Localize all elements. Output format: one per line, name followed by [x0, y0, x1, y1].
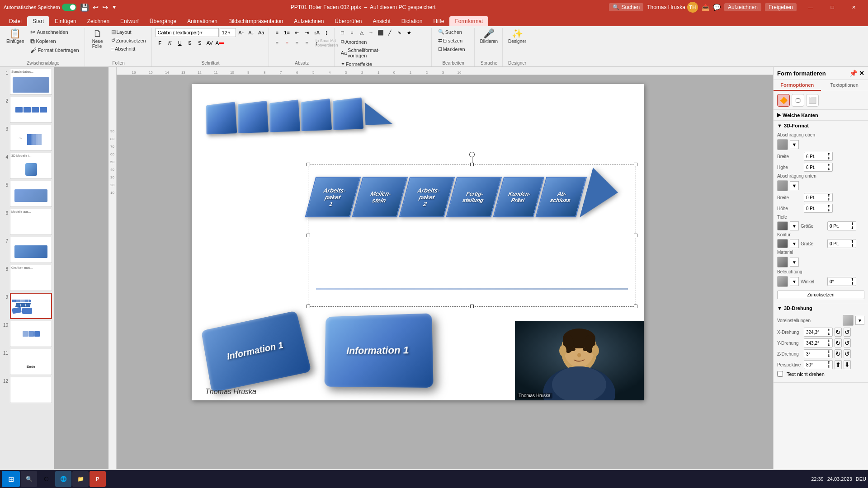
- autosave-control[interactable]: Automatisches Speichern: [4, 4, 76, 11]
- indent-less-button[interactable]: ⇤: [292, 28, 302, 37]
- z-drehung-spinner[interactable]: ⬆⬇: [827, 350, 830, 358]
- shadow-button[interactable]: S: [195, 38, 204, 47]
- shape-star[interactable]: ★: [405, 28, 414, 37]
- schnellformatvorlagen-button[interactable]: Aa Schnellformat-vorlagen: [338, 47, 382, 59]
- search-taskbar[interactable]: 🔍: [21, 471, 37, 487]
- x-drehung-ccw-icon[interactable]: ↺: [844, 328, 851, 337]
- kontur-swatch[interactable]: [777, 239, 788, 248]
- slide-thumbnail-1[interactable]: Standardabsc...: [10, 69, 52, 95]
- voreinstellungen-swatch[interactable]: [843, 315, 854, 326]
- search-box[interactable]: 🔍 Suchen: [609, 3, 643, 11]
- format-uebertragen-button[interactable]: 🖌 Format übertragen: [28, 46, 81, 54]
- designer-button[interactable]: ✨ Designer: [506, 28, 528, 45]
- text-nicht-drehen-checkbox[interactable]: [777, 371, 783, 377]
- slide-thumbnail-6[interactable]: Modelle aus...: [10, 209, 52, 235]
- slide-thumb-3[interactable]: 3 3- ...: [2, 125, 52, 151]
- perspektive-up-icon[interactable]: ⬆: [835, 360, 842, 369]
- ausschneiden-button[interactable]: ✂ Ausschneiden: [28, 28, 81, 36]
- y-drehung-ccw-icon[interactable]: ↺: [844, 338, 851, 347]
- panel-icon-fill[interactable]: 🔶: [777, 94, 790, 107]
- align-left-button[interactable]: ≡: [273, 38, 282, 47]
- tab-animationen[interactable]: Animationen: [182, 16, 223, 26]
- tiefe-dropdown[interactable]: ▼: [790, 221, 799, 230]
- winkel-input[interactable]: 0° ⬆⬇: [827, 277, 856, 286]
- canvas-wrap[interactable]: 90 80 70 60 50 40 30 20 10 16 -15 -14 -1…: [54, 67, 773, 469]
- hoehe-unten-spinner[interactable]: ⬆⬇: [827, 204, 830, 212]
- comments-icon[interactable]: 💬: [713, 4, 721, 11]
- tab-uebergaenge[interactable]: Übergänge: [144, 16, 182, 26]
- breite-unten-spinner[interactable]: ⬆⬇: [827, 193, 830, 202]
- kontur-input[interactable]: 0 Pt. ⬆⬇: [827, 239, 856, 248]
- abschraegun-unten-dropdown[interactable]: ▼: [790, 181, 799, 190]
- maximize-button[interactable]: □: [822, 0, 843, 14]
- freigeben-btn[interactable]: Freigeben: [765, 3, 797, 11]
- font-shrink-button[interactable]: A↓: [247, 28, 256, 37]
- close-button[interactable]: ✕: [844, 0, 864, 14]
- slide-thumb-2[interactable]: 2: [2, 97, 52, 123]
- reset-button[interactable]: Zurücksetzen: [777, 291, 864, 299]
- align-center-button[interactable]: ≡: [283, 38, 292, 47]
- markieren-button[interactable]: ⊡ Markieren: [435, 45, 472, 53]
- 3d-format-header[interactable]: ▼ 3D-Format: [774, 121, 868, 131]
- material-swatch[interactable]: [777, 257, 788, 267]
- tiefe-swatch[interactable]: [777, 221, 788, 230]
- start-button[interactable]: ⊞: [2, 471, 20, 487]
- tab-formoptionen[interactable]: Formoptionen: [774, 80, 821, 91]
- tiefe-spinner[interactable]: ⬆⬇: [851, 222, 854, 230]
- shape-circle[interactable]: ○: [348, 28, 357, 37]
- slide-thumb-5[interactable]: 5: [2, 181, 52, 207]
- slide-canvas[interactable]: Arbeits-paket1 Meilen-stein Arbeits-pake…: [192, 84, 644, 400]
- smartart-item-1[interactable]: Arbeits-paket1: [305, 177, 361, 217]
- redo-icon[interactable]: ↪: [102, 3, 108, 12]
- perspektive-spinner[interactable]: ⬆⬇: [827, 361, 830, 369]
- slide-thumbnail-9[interactable]: [10, 293, 52, 319]
- shape-line[interactable]: ╱: [386, 28, 395, 37]
- shape-triangle[interactable]: △: [357, 28, 366, 37]
- kontur-dropdown[interactable]: ▼: [790, 239, 799, 248]
- hoehe-oben-input[interactable]: 6 Pt. ⬆⬇: [804, 163, 833, 172]
- slide-thumbnail-4[interactable]: 3D Modelle i...: [10, 153, 52, 179]
- hoehe-oben-spinner[interactable]: ⬆⬇: [827, 163, 830, 171]
- align-right-button[interactable]: ≡: [292, 38, 302, 47]
- winkel-spinner[interactable]: ⬆⬇: [851, 277, 854, 286]
- autosave-toggle[interactable]: [62, 4, 76, 11]
- shape-rect[interactable]: □: [338, 28, 347, 37]
- tab-aufzeichnen[interactable]: Aufzeichnen: [288, 16, 329, 26]
- save-icon[interactable]: 💾: [80, 3, 89, 12]
- tab-formformat[interactable]: Formformat: [449, 16, 488, 26]
- text-columns-button[interactable]: ⫿: [322, 28, 331, 37]
- taskbar-powerpoint[interactable]: P: [90, 471, 106, 487]
- z-drehung-input[interactable]: 3° ⬆⬇: [804, 349, 833, 358]
- shape-arrow[interactable]: →: [367, 28, 376, 37]
- shape-curve[interactable]: ∿: [395, 28, 404, 37]
- indent-more-button[interactable]: ⇥: [302, 28, 311, 37]
- align-justify-button[interactable]: ≡: [302, 38, 311, 47]
- info-box-1[interactable]: Information 1: [201, 310, 311, 392]
- slide-thumb-12[interactable]: 12: [2, 377, 52, 403]
- neue-folie-button[interactable]: 🗋 NeueFolie: [89, 28, 107, 50]
- tab-dictation[interactable]: Dictation: [396, 16, 428, 26]
- slide-thumb-9[interactable]: 9: [2, 293, 52, 319]
- x-drehung-spinner[interactable]: ⬆⬇: [827, 328, 830, 336]
- tab-ansicht[interactable]: Ansicht: [367, 16, 396, 26]
- diktieren-button[interactable]: 🎤 Diktieren: [478, 28, 500, 45]
- minimize-button[interactable]: —: [800, 0, 821, 14]
- shape-arrow-series[interactable]: [204, 92, 414, 149]
- slide-thumb-6[interactable]: 6 Modelle aus...: [2, 209, 52, 235]
- numbering-button[interactable]: 1≡: [283, 28, 292, 37]
- smartart-item-2[interactable]: Meilen-stein: [352, 177, 408, 217]
- anordnen-button[interactable]: ⧉ Anordnen: [338, 38, 382, 46]
- abschraegun-unten-swatch[interactable]: [777, 180, 788, 191]
- voreinstellungen-dropdown[interactable]: ▼: [855, 316, 864, 325]
- info-box-2[interactable]: Information 1: [324, 313, 433, 388]
- tab-hilfe[interactable]: Hilfe: [428, 16, 449, 26]
- x-drehung-input[interactable]: 324,3° ⬆⬇: [804, 328, 833, 337]
- beleuchtung-dropdown[interactable]: ▼: [790, 277, 799, 286]
- smartart-item-4[interactable]: Fertig-stellung: [446, 177, 502, 217]
- tab-textoptionen[interactable]: Textoptionen: [821, 80, 868, 91]
- y-drehung-input[interactable]: 343,2° ⬆⬇: [804, 338, 833, 347]
- panel-icon-3d[interactable]: ⬜: [806, 94, 819, 107]
- abschnitt-button[interactable]: ≡ Abschnitt: [108, 45, 149, 52]
- slide-thumb-4[interactable]: 4 3D Modelle i...: [2, 153, 52, 179]
- clear-format-button[interactable]: Aa: [257, 28, 266, 37]
